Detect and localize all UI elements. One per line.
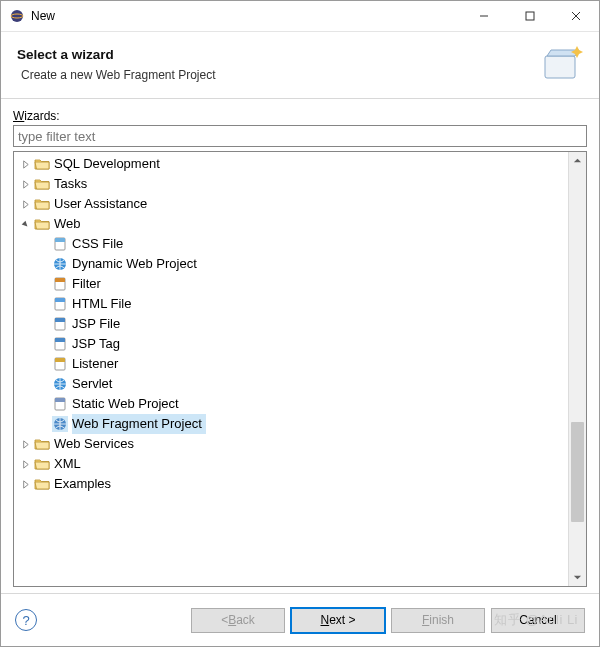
window-title: New bbox=[31, 9, 55, 23]
tree-item-static-web-project[interactable]: Static Web Project bbox=[14, 394, 568, 414]
back-button[interactable]: < Back bbox=[191, 608, 285, 633]
tree-item-label: JSP Tag bbox=[72, 334, 120, 354]
tree-folder-examples[interactable]: Examples bbox=[14, 474, 568, 494]
tree-folder-xml[interactable]: XML bbox=[14, 454, 568, 474]
cancel-button[interactable]: Cancel bbox=[491, 608, 585, 633]
tree-item-label: Web bbox=[54, 214, 81, 234]
folder-icon bbox=[34, 476, 50, 492]
listener-icon bbox=[52, 356, 68, 372]
tree-item-label: HTML File bbox=[72, 294, 131, 314]
tree-item-label: SQL Development bbox=[54, 154, 160, 174]
tree-item-web-fragment-project[interactable]: Web Fragment Project bbox=[14, 414, 568, 434]
tree-item-label: Filter bbox=[72, 274, 101, 294]
tree-folder-sql-development[interactable]: SQL Development bbox=[14, 154, 568, 174]
vertical-scrollbar[interactable] bbox=[568, 152, 586, 586]
svg-rect-20 bbox=[55, 358, 65, 362]
svg-rect-14 bbox=[55, 298, 65, 302]
svg-rect-18 bbox=[55, 338, 65, 342]
folder-icon bbox=[34, 456, 50, 472]
banner-description: Create a new Web Fragment Project bbox=[17, 68, 539, 82]
tree-item-listener[interactable]: Listener bbox=[14, 354, 568, 374]
chevron-right-icon[interactable] bbox=[18, 437, 32, 451]
scrollbar-thumb[interactable] bbox=[571, 422, 584, 522]
static-icon bbox=[52, 396, 68, 412]
chevron-right-icon[interactable] bbox=[18, 177, 32, 191]
svg-rect-23 bbox=[55, 398, 65, 402]
tree-folder-web-services[interactable]: Web Services bbox=[14, 434, 568, 454]
chevron-right-icon[interactable] bbox=[18, 197, 32, 211]
tree-item-filter[interactable]: Filter bbox=[14, 274, 568, 294]
servlet-icon bbox=[52, 376, 68, 392]
svg-point-0 bbox=[11, 10, 23, 22]
tree-folder-user-assistance[interactable]: User Assistance bbox=[14, 194, 568, 214]
tree-folder-web[interactable]: Web bbox=[14, 214, 568, 234]
tree-item-servlet[interactable]: Servlet bbox=[14, 374, 568, 394]
svg-rect-9 bbox=[55, 238, 65, 242]
folder-icon bbox=[34, 216, 50, 232]
close-button[interactable] bbox=[553, 1, 599, 31]
svg-rect-12 bbox=[55, 278, 65, 282]
svg-rect-16 bbox=[55, 318, 65, 322]
tree-item-label: Servlet bbox=[72, 374, 112, 394]
button-bar: ? < Back Next > Finish Cancel bbox=[1, 593, 599, 646]
jsp-icon bbox=[52, 336, 68, 352]
tree-item-jsp-file[interactable]: JSP File bbox=[14, 314, 568, 334]
scroll-up-icon[interactable] bbox=[569, 152, 586, 169]
tree-item-label: User Assistance bbox=[54, 194, 147, 214]
tree-item-label: XML bbox=[54, 454, 81, 474]
jsp-icon bbox=[52, 316, 68, 332]
eclipse-icon bbox=[9, 8, 25, 24]
wizards-label: Wizards: bbox=[13, 109, 587, 123]
tree-item-label: Web Fragment Project bbox=[72, 414, 206, 434]
wizard-tree: SQL DevelopmentTasksUser AssistanceWebCS… bbox=[13, 151, 587, 587]
body: Wizards: SQL DevelopmentTasksUser Assist… bbox=[1, 99, 599, 593]
wizard-banner-icon bbox=[539, 42, 583, 86]
chevron-down-icon[interactable] bbox=[18, 217, 32, 231]
tree-item-label: CSS File bbox=[72, 234, 123, 254]
html-icon bbox=[52, 296, 68, 312]
filter-icon bbox=[52, 276, 68, 292]
banner: Select a wizard Create a new Web Fragmen… bbox=[1, 32, 599, 99]
chevron-right-icon[interactable] bbox=[18, 477, 32, 491]
tree-item-dynamic-web-project[interactable]: Dynamic Web Project bbox=[14, 254, 568, 274]
finish-button[interactable]: Finish bbox=[391, 608, 485, 633]
chevron-right-icon[interactable] bbox=[18, 157, 32, 171]
titlebar: New bbox=[1, 1, 599, 32]
folder-icon bbox=[34, 436, 50, 452]
tree-item-html-file[interactable]: HTML File bbox=[14, 294, 568, 314]
globe-icon bbox=[52, 256, 68, 272]
tree-item-label: Listener bbox=[72, 354, 118, 374]
new-wizard-dialog: New Select a wizard Create a new Web Fra… bbox=[0, 0, 600, 647]
tree-item-jsp-tag[interactable]: JSP Tag bbox=[14, 334, 568, 354]
folder-icon bbox=[34, 196, 50, 212]
tree-folder-tasks[interactable]: Tasks bbox=[14, 174, 568, 194]
css-icon bbox=[52, 236, 68, 252]
minimize-button[interactable] bbox=[461, 1, 507, 31]
tree-item-label: Static Web Project bbox=[72, 394, 179, 414]
scroll-down-icon[interactable] bbox=[569, 569, 586, 586]
maximize-button[interactable] bbox=[507, 1, 553, 31]
tree-item-css-file[interactable]: CSS File bbox=[14, 234, 568, 254]
tree-item-label: JSP File bbox=[72, 314, 120, 334]
svg-rect-3 bbox=[526, 12, 534, 20]
tree-item-label: Examples bbox=[54, 474, 111, 494]
folder-icon bbox=[34, 176, 50, 192]
next-button[interactable]: Next > bbox=[291, 608, 385, 633]
tree-item-label: Tasks bbox=[54, 174, 87, 194]
chevron-right-icon[interactable] bbox=[18, 457, 32, 471]
filter-input[interactable] bbox=[13, 125, 587, 147]
help-icon[interactable]: ? bbox=[15, 609, 37, 631]
folder-icon bbox=[34, 156, 50, 172]
tree-item-label: Dynamic Web Project bbox=[72, 254, 197, 274]
svg-rect-6 bbox=[545, 56, 575, 78]
tree-item-label: Web Services bbox=[54, 434, 134, 454]
banner-title: Select a wizard bbox=[17, 47, 539, 62]
fragment-icon bbox=[52, 416, 68, 432]
